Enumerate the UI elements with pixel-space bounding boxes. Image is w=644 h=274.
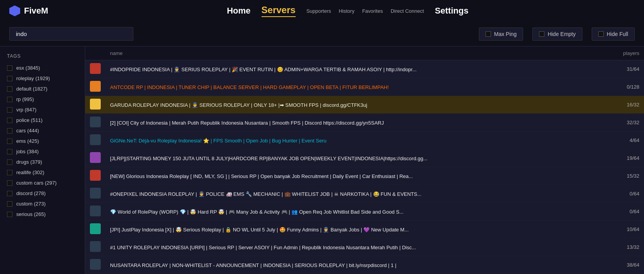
col-icon xyxy=(85,46,105,60)
sidebar-item-1[interactable]: roleplay (1929) xyxy=(0,73,85,84)
table-row[interactable]: GARUDA ROLEPLAY INDONESIA | 👮 SERIOUS RO… xyxy=(85,96,644,114)
sidebar-checkbox-14[interactable] xyxy=(7,212,12,217)
sidebar-checkbox-9[interactable] xyxy=(7,159,12,165)
server-name-cell-10: #1 UNITY ROLEPLAY INDONESIA [URPI] | Ser… xyxy=(105,238,613,256)
server-list[interactable]: name players #INDOPRIDE INDONESIA | 👮 SE… xyxy=(85,46,644,274)
sidebar-checkbox-2[interactable] xyxy=(7,86,12,92)
sidebar-label-11: custom cars (297) xyxy=(16,180,57,186)
table-row[interactable]: [JPI] JustPlay Indonesia [X] | 🤯 Serious… xyxy=(85,221,644,238)
filter-max-ping[interactable]: Max Ping xyxy=(479,27,523,41)
sidebar-item-13[interactable]: custom (273) xyxy=(0,199,85,209)
server-players-5: 19/64 xyxy=(613,149,644,167)
sidebar-label-6: cars (444) xyxy=(16,128,39,134)
server-players-10: 13/32 xyxy=(613,238,644,256)
nav-favorites[interactable]: Favorites xyxy=(362,8,383,14)
server-players-11: 38/64 xyxy=(613,256,644,274)
logo-text: FiveM xyxy=(24,6,48,16)
col-name: name xyxy=(105,46,613,60)
sidebar-label-3: rp (995) xyxy=(16,96,34,102)
sidebar-checkbox-0[interactable] xyxy=(7,65,12,71)
server-icon-6 xyxy=(90,170,101,181)
sidebar-item-7[interactable]: ems (425) xyxy=(0,136,85,146)
server-icon-7 xyxy=(90,188,101,199)
filter-hide-full[interactable]: Hide Full xyxy=(592,27,635,41)
table-row[interactable]: ANTCODE RP | INDONESIA | TUNER CHIP | BA… xyxy=(85,78,644,96)
sidebar-item-14[interactable]: serious (265) xyxy=(0,209,85,219)
col-players: players xyxy=(613,46,644,60)
nav-direct-connect[interactable]: Direct Connect xyxy=(391,8,424,14)
hide-full-checkbox[interactable] xyxy=(598,31,604,37)
server-players-3: 32/32 xyxy=(613,114,644,132)
hide-full-label: Hide Full xyxy=(607,31,628,37)
server-icon-cell-9 xyxy=(85,221,105,238)
sidebar-item-3[interactable]: rp (995) xyxy=(0,94,85,104)
sidebar-item-6[interactable]: cars (444) xyxy=(0,125,85,136)
sidebar-checkbox-6[interactable] xyxy=(7,128,12,134)
sidebar-checkbox-3[interactable] xyxy=(7,97,12,102)
nav-supporters[interactable]: Supporters xyxy=(307,8,331,14)
search-input[interactable] xyxy=(9,27,133,41)
sidebar-item-9[interactable]: drugs (379) xyxy=(0,157,85,167)
server-icon-10 xyxy=(90,241,101,252)
server-name-10: #1 UNITY ROLEPLAY INDONESIA [URPI] | Ser… xyxy=(110,245,416,250)
table-row[interactable]: 💎 World of RolePlay (WORP) 💎 | 🤯 Hard RP… xyxy=(85,203,644,221)
server-icon-cell-10 xyxy=(85,238,105,256)
sidebar-label-4: vrp (847) xyxy=(16,107,36,113)
sidebar-item-8[interactable]: jobs (384) xyxy=(0,146,85,157)
hide-empty-checkbox[interactable] xyxy=(539,31,544,37)
server-name-cell-7: #ONEPIXEL INDONESIA ROLEPLAY | 👮 POLICE … xyxy=(105,185,613,203)
server-icon-9 xyxy=(90,223,101,234)
nav-history[interactable]: History xyxy=(339,8,354,14)
nav-links: Home Servers Supporters History Favorite… xyxy=(60,5,635,17)
sidebar-item-12[interactable]: discord (278) xyxy=(0,188,85,199)
server-name-2: GARUDA ROLEPLAY INDONESIA | 👮 SERIOUS RO… xyxy=(110,102,367,108)
server-icon-cell-11 xyxy=(85,256,105,274)
sidebar-checkbox-4[interactable] xyxy=(7,107,12,113)
app-logo: FiveM xyxy=(9,5,48,16)
sidebar-checkbox-10[interactable] xyxy=(7,170,12,175)
server-icon-3 xyxy=(90,116,101,127)
sidebar-item-0[interactable]: esx (3845) xyxy=(0,63,85,73)
table-row[interactable]: [2] [COI] City of Indonesia | Merah Puti… xyxy=(85,114,644,132)
sidebar-checkbox-8[interactable] xyxy=(7,149,12,154)
max-ping-checkbox[interactable] xyxy=(486,31,491,37)
sidebar-item-10[interactable]: reallife (302) xyxy=(0,167,85,178)
table-row[interactable]: [NEW] Glorious Indonesia Roleplay [ IND,… xyxy=(85,167,644,185)
nav-servers[interactable]: Servers xyxy=(262,5,296,17)
server-name-cell-2: GARUDA ROLEPLAY INDONESIA | 👮 SERIOUS RO… xyxy=(105,96,613,114)
max-ping-label: Max Ping xyxy=(494,31,517,37)
server-tbody: #INDOPRIDE INDONESIA | 👮 SERIUS ROLEPLAY… xyxy=(85,60,644,274)
sidebar-item-5[interactable]: police (511) xyxy=(0,115,85,125)
server-icon-cell-2 xyxy=(85,96,105,114)
sidebar-checkbox-7[interactable] xyxy=(7,139,12,144)
sidebar-checkbox-13[interactable] xyxy=(7,201,12,207)
server-icon-4 xyxy=(90,134,101,145)
table-row[interactable]: [JLRP]|STARTING MONEY 150 JUTA UNTIL 8 J… xyxy=(85,149,644,167)
server-name-8: 💎 World of RolePlay (WORP) 💎 | 🤯 Hard RP… xyxy=(110,209,403,215)
server-icon-0 xyxy=(90,63,101,74)
sidebar-checkbox-11[interactable] xyxy=(7,180,12,186)
server-name-cell-0: #INDOPRIDE INDONESIA | 👮 SERIUS ROLEPLAY… xyxy=(105,60,613,78)
filter-hide-empty[interactable]: Hide Empty xyxy=(532,27,582,41)
sidebar-label-9: drugs (379) xyxy=(16,159,42,165)
sidebar-item-2[interactable]: default (1827) xyxy=(0,84,85,94)
sidebar-label-10: reallife (302) xyxy=(16,170,44,175)
table-row[interactable]: NUSANTARA ROLEPLAY | NON-WHITELIST - ANN… xyxy=(85,256,644,274)
server-players-0: 31/64 xyxy=(613,60,644,78)
table-row[interactable]: #1 UNITY ROLEPLAY INDONESIA [URPI] | Ser… xyxy=(85,238,644,256)
server-name-cell-3: [2] [COI] City of Indonesia | Merah Puti… xyxy=(105,114,613,132)
table-row[interactable]: GiGNe.NeT: Déjà-vu Roleplay Indonesia! ⭐… xyxy=(85,132,644,149)
server-name-3: [2] [COI] City of Indonesia | Merah Puti… xyxy=(110,120,384,126)
table-header-row: name players xyxy=(85,46,644,60)
sidebar-item-11[interactable]: custom cars (297) xyxy=(0,178,85,188)
sidebar-checkbox-1[interactable] xyxy=(7,76,12,81)
sidebar-checkbox-5[interactable] xyxy=(7,118,12,123)
nav-home[interactable]: Home xyxy=(227,6,250,16)
server-icon-5 xyxy=(90,152,101,163)
table-row[interactable]: #ONEPIXEL INDONESIA ROLEPLAY | 👮 POLICE … xyxy=(85,185,644,203)
sidebar-checkbox-12[interactable] xyxy=(7,191,12,196)
logo-icon xyxy=(9,5,20,16)
sidebar-item-4[interactable]: vrp (847) xyxy=(0,104,85,115)
nav-settings[interactable]: Settings xyxy=(435,6,468,16)
table-row[interactable]: #INDOPRIDE INDONESIA | 👮 SERIUS ROLEPLAY… xyxy=(85,60,644,78)
